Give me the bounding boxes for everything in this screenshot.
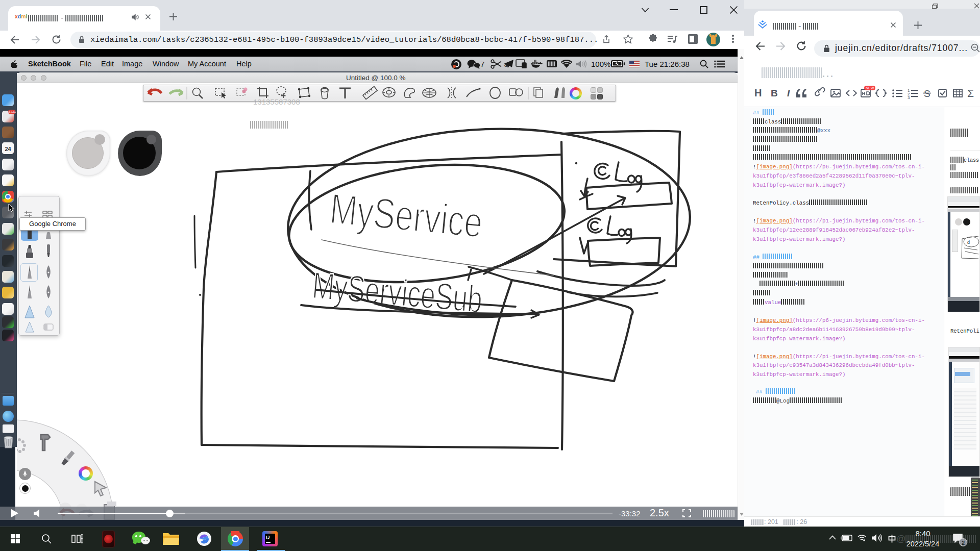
svg-text:S: S (924, 88, 930, 99)
svg-text:B: B (771, 88, 778, 98)
svg-text:I: I (787, 88, 790, 98)
svg-text:3: 3 (908, 95, 910, 100)
svg-text:MyService: MyService (328, 184, 485, 246)
svg-text:Σ: Σ (967, 87, 974, 99)
svg-text:H: H (754, 87, 762, 98)
svg-text:d: d (967, 240, 970, 245)
svg-text:NEW: NEW (866, 86, 874, 90)
